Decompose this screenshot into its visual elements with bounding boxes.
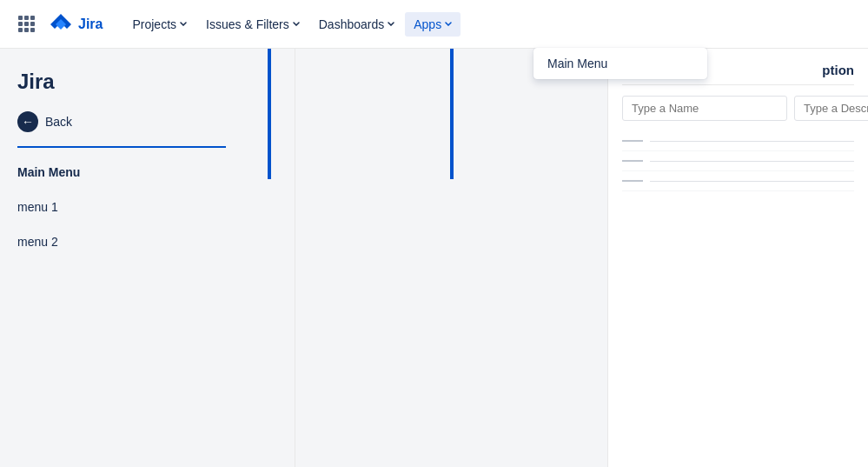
jira-logo-icon: [49, 12, 73, 37]
dash-line: [622, 140, 643, 142]
sidebar-menu-item-1[interactable]: menu 1: [17, 193, 226, 221]
dash-line-long: [650, 161, 854, 162]
name-input[interactable]: [622, 96, 787, 121]
blue-bar-left: [268, 49, 271, 179]
chevron-down-icon: [293, 22, 300, 26]
col-middle: [295, 49, 607, 467]
dash-row-2: [622, 151, 854, 171]
content-columns: ption: [243, 49, 868, 467]
back-label: Back: [45, 115, 72, 129]
nav-apps[interactable]: Apps: [405, 12, 461, 37]
logo[interactable]: Jira: [49, 12, 103, 37]
sidebar-menu-item-2[interactable]: menu 2: [17, 228, 226, 256]
col-left: [243, 49, 295, 467]
dash-row-1: [622, 131, 854, 151]
dash-line: [622, 160, 643, 162]
chevron-down-icon: [445, 22, 452, 26]
sidebar-title: Jira: [17, 70, 226, 94]
back-button[interactable]: ← Back: [17, 111, 226, 148]
nav-projects[interactable]: Projects: [123, 12, 195, 37]
back-arrow-icon: ←: [17, 111, 38, 132]
chevron-down-icon: [388, 22, 394, 26]
nav-dashboards[interactable]: Dashboards: [310, 12, 404, 37]
blue-bar-mid: [450, 49, 454, 179]
apps-dropdown: Main Menu: [533, 48, 707, 79]
dash-row-3: [622, 171, 854, 191]
grid-icon: [18, 16, 35, 32]
grid-menu-button[interactable]: [14, 12, 38, 37]
dash-line-long: [650, 141, 854, 142]
col-right: ption: [607, 49, 868, 467]
main-area: Jira ← Back Main Menu menu 1 menu 2 ptio…: [0, 49, 868, 467]
sidebar-section-title: Main Menu: [17, 165, 226, 179]
dropdown-main-menu[interactable]: Main Menu: [533, 48, 707, 79]
nav-items: Projects Issues & Filters Dashboards App…: [123, 12, 854, 37]
content-area: ption: [243, 49, 868, 467]
dash-line: [622, 180, 643, 182]
top-navigation: Jira Projects Issues & Filters Dashboard…: [0, 0, 868, 49]
chevron-down-icon: [180, 22, 187, 26]
description-input[interactable]: [794, 96, 868, 121]
logo-text: Jira: [78, 17, 103, 32]
nav-issues-filters[interactable]: Issues & Filters: [197, 12, 308, 37]
dash-line-long: [650, 181, 854, 182]
input-row: [622, 96, 854, 121]
sidebar: Jira ← Back Main Menu menu 1 menu 2: [0, 49, 243, 467]
